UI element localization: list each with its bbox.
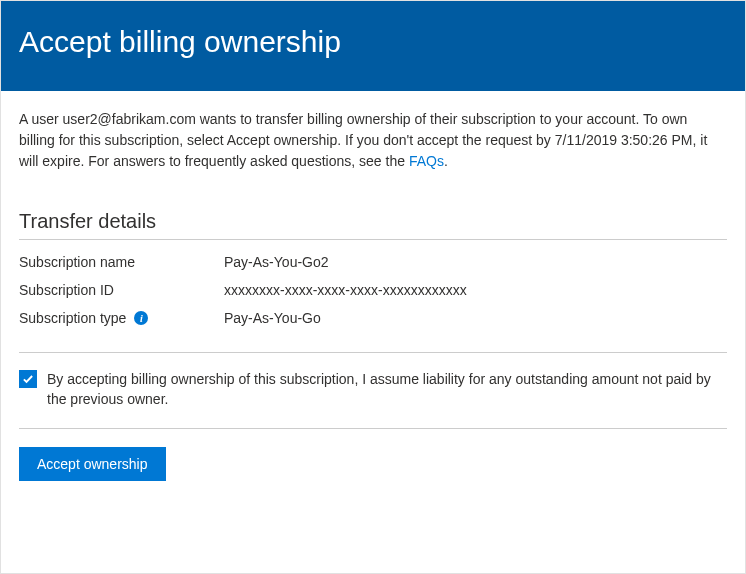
intro-paragraph: A user user2@fabrikam.com wants to trans… (19, 109, 727, 172)
detail-value: xxxxxxxx-xxxx-xxxx-xxxx-xxxxxxxxxxxx (224, 282, 727, 298)
detail-label: Subscription name (19, 254, 224, 270)
accept-ownership-button[interactable]: Accept ownership (19, 447, 166, 481)
page-header: Accept billing ownership (1, 1, 745, 91)
detail-value: Pay-As-You-Go (224, 310, 727, 326)
consent-checkbox[interactable] (19, 370, 37, 388)
faqs-link[interactable]: FAQs (409, 153, 444, 169)
divider (19, 428, 727, 429)
consent-text: By accepting billing ownership of this s… (47, 369, 727, 410)
checkmark-icon (22, 373, 34, 385)
transfer-details-heading: Transfer details (19, 210, 727, 240)
label-text: Subscription name (19, 254, 135, 270)
page-content: A user user2@fabrikam.com wants to trans… (1, 91, 745, 481)
detail-row-subscription-type: Subscription type i Pay-As-You-Go (19, 310, 727, 326)
detail-value: Pay-As-You-Go2 (224, 254, 727, 270)
intro-text-before: A user user2@fabrikam.com wants to trans… (19, 111, 707, 169)
label-text: Subscription ID (19, 282, 114, 298)
detail-label: Subscription type i (19, 310, 224, 326)
info-icon[interactable]: i (134, 311, 148, 325)
detail-label: Subscription ID (19, 282, 224, 298)
detail-row-subscription-name: Subscription name Pay-As-You-Go2 (19, 254, 727, 270)
consent-row: By accepting billing ownership of this s… (19, 369, 727, 410)
label-text: Subscription type (19, 310, 126, 326)
intro-text-after: . (444, 153, 448, 169)
detail-row-subscription-id: Subscription ID xxxxxxxx-xxxx-xxxx-xxxx-… (19, 282, 727, 298)
divider (19, 352, 727, 353)
page-title: Accept billing ownership (19, 25, 727, 59)
